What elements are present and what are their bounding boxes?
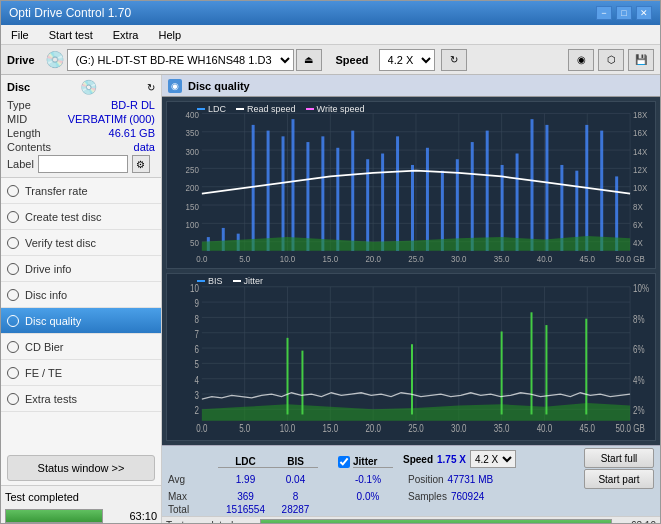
svg-text:35.0: 35.0 [494,423,510,434]
svg-rect-100 [501,331,503,414]
disc-panel: Disc 💿 ↻ Type BD-R DL MID VERBATIMf (000… [1,75,161,178]
legend-write-label: Write speed [317,104,365,114]
svg-text:9: 9 [194,298,198,309]
svg-text:40.0: 40.0 [537,254,553,265]
svg-text:6X: 6X [633,219,643,230]
extra-tests-icon [7,393,19,405]
sidebar-item-drive-info[interactable]: Drive info [1,256,161,282]
app-title: Opti Drive Control 1.70 [9,6,131,20]
start-part-button[interactable]: Start part [584,469,654,489]
sidebar-item-transfer-rate[interactable]: Transfer rate [1,178,161,204]
svg-text:25.0: 25.0 [408,423,424,434]
disc-refresh-icon[interactable]: ↻ [147,82,155,93]
avg-jitter: -0.1% [338,474,398,485]
disc-panel-title: Disc [7,81,30,93]
max-ldc: 369 [218,491,273,502]
chart1-svg: 400 350 300 250 200 150 100 50 18X 16X 1… [167,102,655,268]
sidebar-item-cd-bier[interactable]: CD Bier [1,334,161,360]
svg-text:10X: 10X [633,183,647,194]
legend-ldc-label: LDC [208,104,226,114]
svg-rect-98 [301,351,303,415]
jitter-checkbox[interactable] [338,456,350,468]
sidebar: Disc 💿 ↻ Type BD-R DL MID VERBATIMf (000… [1,75,162,524]
svg-text:25.0: 25.0 [408,254,424,265]
mid-value: VERBATIMf (000) [68,113,155,125]
samples-value: 760924 [451,491,484,502]
legend-write-speed: Write speed [306,104,365,114]
transfer-rate-label: Transfer rate [25,185,88,197]
disc-panel-icon: 💿 [80,79,97,95]
legend-jitter-label: Jitter [244,276,264,286]
jitter-header: Jitter [353,456,393,468]
speed-refresh-button[interactable]: ↻ [441,49,467,71]
status-bar: Test completed [1,485,161,507]
svg-rect-37 [471,142,474,251]
svg-text:3: 3 [194,390,198,401]
disc-button2[interactable]: ⬡ [598,49,624,71]
verify-test-label: Verify test disc [25,237,96,249]
legend-bis-label: BIS [208,276,223,286]
max-bis: 8 [273,491,318,502]
menu-help[interactable]: Help [152,27,187,43]
speed-select-stats[interactable]: 4.2 X [470,450,516,468]
total-bis: 28287 [273,504,318,515]
label-input[interactable] [38,155,128,173]
sidebar-item-fe-te[interactable]: FE / TE [1,360,161,386]
menu-extra[interactable]: Extra [107,27,145,43]
svg-rect-97 [287,338,289,415]
svg-rect-101 [531,312,533,414]
progress-time: 63:10 [107,510,157,522]
svg-text:350: 350 [186,128,199,139]
save-button[interactable]: 💾 [628,49,654,71]
charts-container: LDC Read speed Write speed [162,97,660,445]
svg-text:20.0: 20.0 [365,423,381,434]
sidebar-item-disc-info[interactable]: Disc info [1,282,161,308]
svg-text:10%: 10% [633,283,649,294]
chart2-svg: 10 9 8 7 6 5 4 3 2 10% 8% 6% 4% 2% 0.0 [167,274,655,440]
menu-file[interactable]: File [5,27,35,43]
svg-text:8%: 8% [633,314,645,325]
status-window-button[interactable]: Status window >> [7,455,155,481]
close-button[interactable]: ✕ [636,6,652,20]
svg-text:15.0: 15.0 [323,254,339,265]
speed-header-value: 1.75 X [437,454,466,465]
disc-info-icon [7,289,19,301]
svg-rect-40 [516,154,519,251]
svg-rect-102 [545,325,547,414]
extra-tests-label: Extra tests [25,393,77,405]
svg-text:5.0: 5.0 [239,254,250,265]
sidebar-item-extra-tests[interactable]: Extra tests [1,386,161,412]
svg-rect-32 [396,136,399,250]
jitter-check-container: Jitter [338,456,393,468]
disc-button1[interactable]: ◉ [568,49,594,71]
speed-header-row: Speed 1.75 X 4.2 X [403,450,516,468]
length-label: Length [7,127,41,139]
menu-start-test[interactable]: Start test [43,27,99,43]
eject-button[interactable]: ⏏ [296,49,322,71]
sidebar-item-create-test-disc[interactable]: Create test disc [1,204,161,230]
sidebar-item-disc-quality[interactable]: Disc quality [1,308,161,334]
svg-rect-28 [336,148,339,251]
cd-bier-icon [7,341,19,353]
svg-text:200: 200 [186,183,199,194]
start-full-button[interactable]: Start full [584,448,654,468]
label-action-button[interactable]: ⚙ [132,155,150,173]
nav-items: Transfer rate Create test disc Verify te… [1,178,161,451]
svg-text:4X: 4X [633,238,643,249]
disc-quality-label: Disc quality [25,315,81,327]
svg-text:0.0: 0.0 [196,423,207,434]
minimize-button[interactable]: − [596,6,612,20]
contents-label: Contents [7,141,51,153]
speed-select[interactable]: 4.2 X [379,49,435,71]
svg-rect-34 [426,148,429,251]
svg-rect-99 [411,344,413,414]
progress-row: 63:10 [1,507,161,524]
content-title: Disc quality [188,80,250,92]
svg-text:0.0: 0.0 [196,254,207,265]
sidebar-item-verify-test-disc[interactable]: Verify test disc [1,230,161,256]
transfer-rate-icon [7,185,19,197]
maximize-button[interactable]: □ [616,6,632,20]
svg-text:6: 6 [194,344,198,355]
drive-select[interactable]: (G:) HL-DT-ST BD-RE WH16NS48 1.D3 [67,49,294,71]
ldc-header: LDC [218,456,273,468]
